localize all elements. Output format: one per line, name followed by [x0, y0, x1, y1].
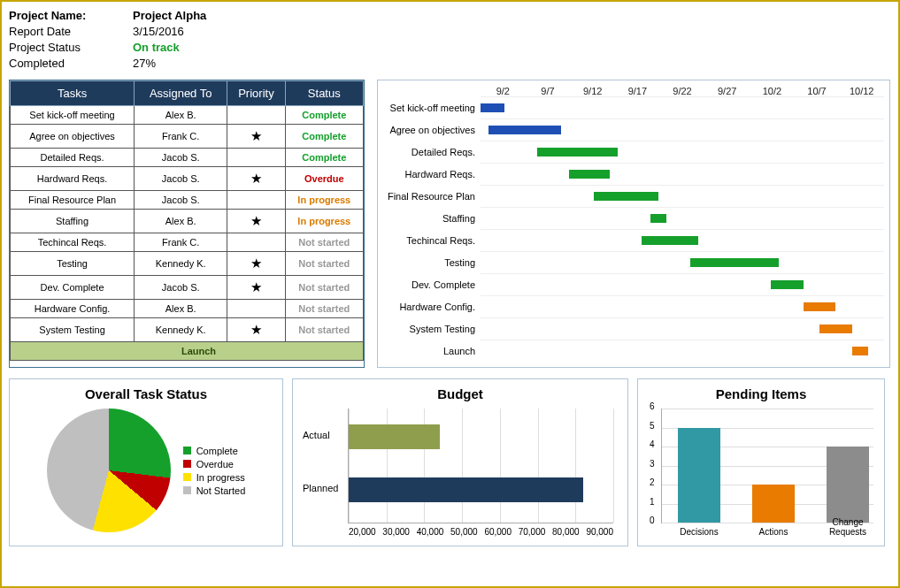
legend-swatch: [183, 473, 191, 481]
task-name: Testing: [11, 252, 135, 276]
meta-label-status: Project Status: [9, 41, 133, 54]
gantt-label: Dev. Complete: [383, 279, 481, 290]
pending-bar: [827, 447, 869, 523]
task-status: Not started: [285, 252, 363, 276]
legend-item: In progress: [183, 472, 246, 483]
pending-ytick: 0: [650, 515, 655, 525]
gantt-bar: [537, 148, 618, 157]
task-name: Dev. Complete: [11, 276, 135, 300]
gantt-bar: [852, 347, 868, 355]
task-status: Complete: [285, 125, 363, 149]
gantt-label: Hardware Config.: [383, 302, 481, 312]
gantt-row: System Testing: [383, 317, 884, 340]
task-name: Hardware Config.: [11, 300, 135, 318]
pending-ytick: 4: [650, 439, 655, 449]
task-assigned: Alex B.: [135, 210, 227, 233]
table-row: Hardward Reqs.Jacob S.★Overdue: [11, 167, 364, 191]
meta-label-project: Project Name:: [9, 9, 133, 22]
gantt-tick: 9/12: [570, 86, 615, 96]
gantt-tick: 10/7: [795, 86, 840, 96]
meta-report-date: 3/15/2016: [133, 25, 184, 38]
star-icon: ★: [250, 322, 262, 337]
gantt-row: Testing: [383, 251, 884, 273]
gantt-label: Techincal Reqs.: [383, 235, 481, 246]
tasks-header: Assigned To: [135, 81, 227, 106]
pending-ytick: 5: [650, 421, 655, 431]
gantt-label: Testing: [383, 257, 481, 268]
legend-item: Not Started: [183, 485, 246, 496]
legend-swatch: [183, 460, 191, 468]
task-name: Techincal Reqs.: [11, 233, 135, 252]
launch-cell: Launch: [11, 342, 364, 361]
star-icon: ★: [250, 213, 262, 228]
gantt-bar: [650, 214, 666, 223]
task-name: Hardward Reqs.: [11, 167, 135, 191]
task-status: In progress: [285, 191, 363, 210]
meta-completed: 27%: [133, 57, 156, 70]
task-assigned: Jacob S.: [135, 149, 227, 167]
gantt-bar: [771, 280, 803, 289]
budget-tick: 70,000: [519, 527, 546, 537]
gantt-row: Detailed Reqs.: [383, 141, 884, 163]
gantt-tick: 10/12: [839, 86, 884, 96]
gantt-tick: 9/27: [704, 86, 750, 96]
task-priority: ★: [227, 210, 285, 233]
task-name: System Testing: [11, 318, 135, 342]
gantt-row: Hardward Reqs.: [383, 163, 884, 185]
gantt-tick: 9/22: [660, 86, 705, 96]
gantt-row: Agree on objectives: [383, 118, 884, 141]
table-row: StaffingAlex B.★In progress: [11, 210, 364, 233]
task-status: Overdue: [285, 167, 363, 191]
gantt-row: Dev. Complete: [383, 273, 884, 295]
task-status: Not started: [285, 276, 363, 300]
task-name: Agree on objectives: [11, 125, 135, 149]
budget-tick: 40,000: [417, 527, 444, 537]
pending-ytick: 3: [650, 459, 655, 469]
budget-series-label: Planned: [303, 483, 338, 493]
table-row: Set kick-off meetingAlex B.Complete: [11, 106, 364, 125]
pending-items-chart: Pending Items 0123456DecisionsActionsCha…: [637, 378, 885, 546]
tasks-header: Tasks: [11, 81, 135, 106]
star-icon: ★: [250, 171, 262, 186]
task-name: Set kick-off meeting: [11, 106, 135, 125]
task-priority: [227, 149, 285, 167]
task-priority: [227, 191, 285, 210]
meta-status: On track: [133, 41, 180, 54]
task-priority: ★: [227, 167, 285, 191]
task-status: In progress: [285, 210, 363, 233]
tasks-panel: TasksAssigned ToPriorityStatus Set kick-…: [9, 80, 365, 368]
gantt-track: [481, 295, 884, 317]
legend-label: Not Started: [196, 485, 246, 496]
table-row: Agree on objectivesFrank C.★Complete: [11, 125, 364, 149]
task-status: Not started: [285, 233, 363, 252]
table-row: System TestingKennedy K.★Not started: [11, 318, 364, 342]
gantt-bar: [481, 103, 504, 112]
task-status: Not started: [285, 300, 363, 318]
legend-label: Complete: [196, 446, 238, 456]
table-row: Detailed Reqs.Jacob S.Complete: [11, 149, 364, 167]
table-row: TestingKennedy K.★Not started: [11, 252, 364, 276]
legend-label: Overdue: [196, 459, 234, 470]
task-priority: [227, 300, 285, 318]
gantt-bar: [569, 170, 610, 179]
gantt-label: Final Resource Plan: [383, 191, 481, 202]
gantt-label: System Testing: [383, 324, 481, 334]
legend-swatch: [183, 447, 191, 454]
task-priority: ★: [227, 252, 285, 276]
gantt-label: Agree on objectives: [383, 125, 481, 135]
gantt-track: [481, 317, 884, 340]
star-icon: ★: [250, 128, 262, 143]
gantt-track: [481, 207, 884, 229]
task-name: Final Resource Plan: [11, 191, 135, 210]
budget-tick: 20,000: [349, 527, 376, 537]
budget-tick: 90,000: [586, 527, 613, 537]
gantt-label: Hardward Reqs.: [383, 169, 481, 179]
pending-bar: [752, 485, 795, 523]
gantt-bar: [804, 302, 835, 311]
gantt-track: [481, 229, 884, 251]
gantt-row: Hardware Config.: [383, 295, 884, 317]
pie-graphic: [47, 409, 171, 532]
gantt-track: [481, 141, 884, 163]
table-row: Hardware Config.Alex B.Not started: [11, 300, 364, 318]
gantt-row: Set kick-off meeting: [383, 96, 884, 118]
